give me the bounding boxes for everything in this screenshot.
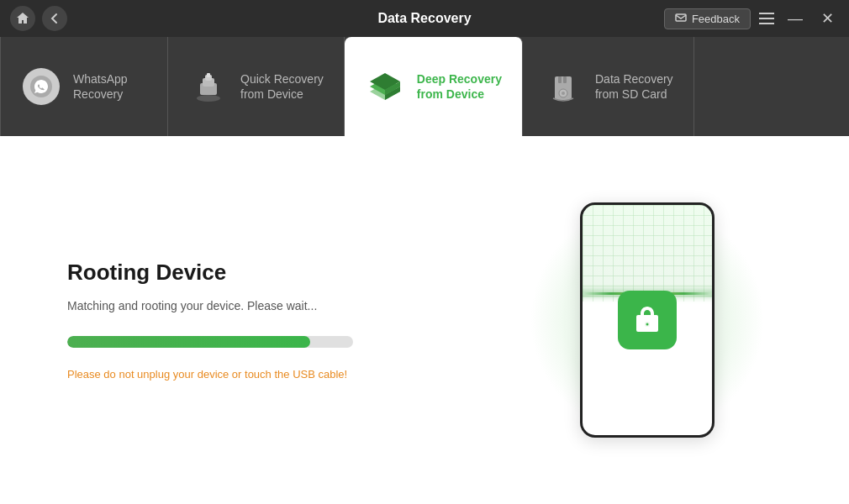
- back-button[interactable]: [42, 6, 67, 31]
- warning-text: Please do not unplug your device or touc…: [67, 368, 462, 381]
- progress-bar-fill: [67, 336, 310, 348]
- lock-icon: [618, 291, 677, 349]
- title-bar-left: [10, 6, 67, 31]
- progress-bar-container: [67, 336, 353, 348]
- tab-deep[interactable]: Deep Recovery from Device: [345, 37, 523, 136]
- main-content: Rooting Device Matching and rooting your…: [0, 136, 849, 504]
- title-bar-right: Feedback — ✕: [664, 8, 839, 29]
- sdcard-recovery-icon: [543, 66, 583, 107]
- minimize-button[interactable]: —: [783, 9, 808, 28]
- svg-rect-6: [207, 73, 210, 77]
- right-panel: [513, 202, 782, 438]
- tab-deep-label: Deep Recovery from Device: [417, 71, 502, 102]
- tab-sdcard-label: Data Recovery from SD Card: [595, 71, 673, 102]
- feedback-button[interactable]: Feedback: [664, 8, 751, 29]
- whatsapp-icon: [21, 66, 61, 107]
- rooting-subtitle: Matching and rooting your device. Please…: [67, 299, 462, 312]
- svg-point-11: [562, 92, 565, 95]
- app-title: Data Recovery: [377, 11, 471, 26]
- close-button[interactable]: ✕: [816, 9, 839, 28]
- svg-point-2: [197, 95, 220, 102]
- tab-sdcard[interactable]: Data Recovery from SD Card: [523, 37, 694, 136]
- left-panel: Rooting Device Matching and rooting your…: [67, 260, 462, 381]
- tab-quick-label: Quick Recovery from Device: [240, 71, 324, 102]
- scan-overlay: [583, 205, 712, 297]
- home-button[interactable]: [10, 6, 35, 31]
- title-bar: Data Recovery Feedback — ✕: [0, 0, 849, 37]
- svg-rect-0: [676, 14, 686, 21]
- tab-whatsapp[interactable]: WhatsApp Recovery: [0, 37, 168, 136]
- tab-quick[interactable]: Quick Recovery from Device: [168, 37, 345, 136]
- tab-bar: WhatsApp Recovery Quick Recovery from De…: [0, 37, 849, 136]
- svg-point-13: [646, 323, 649, 326]
- quick-recovery-icon: [188, 66, 229, 107]
- tab-whatsapp-label: WhatsApp Recovery: [73, 71, 128, 102]
- feedback-label: Feedback: [692, 13, 740, 25]
- svg-rect-8: [558, 76, 562, 83]
- rooting-title: Rooting Device: [67, 260, 462, 286]
- svg-rect-9: [563, 76, 567, 83]
- menu-button[interactable]: [759, 13, 774, 24]
- phone-mockup: [580, 202, 715, 438]
- deep-recovery-icon: [365, 66, 405, 107]
